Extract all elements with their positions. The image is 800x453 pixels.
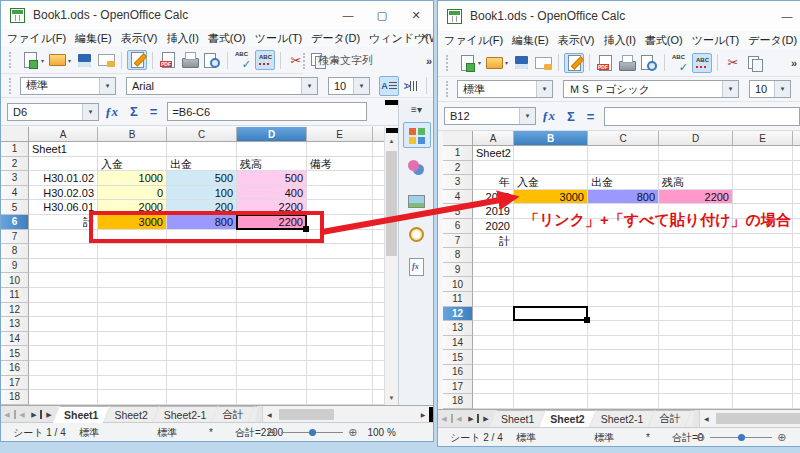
sheet-tab-Sheet2-1[interactable]: Sheet2-1 — [590, 410, 655, 427]
cell-B12[interactable] — [98, 303, 167, 318]
find-label[interactable]: 検索文字列 — [318, 53, 373, 68]
column-header-E[interactable]: E — [307, 127, 373, 142]
cell-F12[interactable] — [373, 303, 384, 318]
cell-A13[interactable] — [29, 317, 98, 332]
cell-B13[interactable] — [98, 317, 167, 332]
font-size-combobox[interactable]: 10▾ — [749, 80, 791, 98]
cell-F8[interactable] — [373, 244, 384, 259]
cell-D17[interactable] — [659, 380, 733, 395]
cell-A11[interactable] — [473, 292, 514, 307]
cell-A3[interactable]: H30.01.02 — [29, 171, 98, 186]
sidebar-navigator-icon[interactable] — [403, 221, 431, 247]
cell-B17[interactable] — [98, 376, 167, 391]
cell-C2[interactable] — [588, 161, 659, 176]
cell-D12[interactable] — [237, 303, 307, 318]
text-direction-vertical-icon[interactable] — [401, 76, 421, 96]
cell-B5[interactable]: 2000 — [98, 200, 167, 215]
function-icon[interactable]: = — [587, 109, 595, 124]
cell-B8[interactable] — [98, 244, 167, 259]
column-header-D[interactable]: D — [237, 127, 307, 142]
cell-C3[interactable]: 出金 — [588, 175, 659, 190]
chevron-down-icon[interactable]: ▾ — [722, 81, 738, 97]
cell-D13[interactable] — [237, 317, 307, 332]
cell-A18[interactable] — [473, 394, 514, 409]
cell-A15[interactable] — [473, 350, 514, 365]
row-header-17[interactable]: 17 — [443, 380, 473, 395]
font-name-combobox[interactable]: ＭＳ Ｐゴシック▾ — [563, 80, 739, 98]
print-icon[interactable] — [180, 50, 200, 70]
cell-A1[interactable]: Sheet1 — [29, 142, 98, 157]
cell-C6[interactable]: 800 — [167, 215, 237, 230]
toolbar-overflow-icon[interactable]: » — [788, 57, 800, 69]
cell-A16[interactable] — [29, 361, 98, 376]
scrollbar-thumb[interactable] — [386, 151, 397, 256]
cell-B5[interactable] — [514, 204, 588, 219]
zoom-slider[interactable] — [710, 437, 772, 438]
sum-icon[interactable]: Σ — [567, 109, 575, 124]
cell-D5[interactable] — [659, 204, 733, 219]
cell-E7[interactable] — [733, 234, 793, 249]
column-header-E[interactable]: E — [733, 131, 793, 146]
row-header-11[interactable]: 11 — [443, 292, 473, 307]
cell-A7[interactable]: 計 — [473, 234, 514, 249]
cell-F10[interactable] — [373, 273, 384, 288]
cell-F9[interactable] — [373, 259, 384, 274]
chevron-down-icon[interactable]: ▾ — [301, 78, 317, 94]
cell-F17[interactable] — [793, 380, 800, 395]
menu-item[interactable]: 表示(V) — [121, 31, 158, 46]
sidebar-functions-icon[interactable] — [403, 254, 431, 280]
cell-E8[interactable] — [733, 248, 793, 263]
cell-B14[interactable] — [98, 332, 167, 347]
cell-C10[interactable] — [588, 277, 659, 292]
cell-B2[interactable] — [514, 161, 588, 176]
previous-sheet-icon[interactable]: ◀ — [453, 410, 465, 427]
column-header-D[interactable]: D — [659, 131, 733, 146]
row-header-10[interactable]: 10 — [443, 277, 473, 292]
cell-A8[interactable] — [29, 244, 98, 259]
row-header-8[interactable]: 8 — [443, 248, 473, 263]
page-preview-icon[interactable] — [639, 53, 659, 73]
cell-E7[interactable] — [307, 230, 373, 245]
select-all-corner[interactable] — [1, 127, 29, 142]
cell-F9[interactable] — [793, 263, 800, 278]
scroll-left-icon[interactable]: ◀ — [700, 415, 712, 422]
cell-B3[interactable]: 1000 — [98, 171, 167, 186]
row-header-18[interactable]: 18 — [1, 390, 29, 405]
cell-A14[interactable] — [473, 336, 514, 351]
cell-F17[interactable] — [373, 376, 384, 391]
cell-B13[interactable] — [514, 321, 588, 336]
row-header-14[interactable]: 14 — [1, 332, 29, 347]
cell-D1[interactable] — [237, 142, 307, 157]
menu-item[interactable]: データ(D) — [311, 31, 360, 46]
cell-D11[interactable] — [659, 292, 733, 307]
column-header-F[interactable]: F — [373, 127, 384, 142]
cell-A11[interactable] — [29, 288, 98, 303]
cell-E4[interactable] — [733, 190, 793, 205]
cell-D6[interactable] — [659, 219, 733, 234]
cell-F13[interactable] — [793, 321, 800, 336]
sum-icon[interactable]: Σ — [130, 104, 138, 119]
cell-C6[interactable] — [588, 219, 659, 234]
cell-A8[interactable] — [473, 248, 514, 263]
cell-E1[interactable] — [733, 146, 793, 161]
formula-input[interactable] — [604, 107, 800, 126]
row-header-15[interactable]: 15 — [443, 350, 473, 365]
menu-item[interactable]: ツール(T) — [692, 33, 740, 48]
decrease-indent-icon[interactable] — [432, 76, 434, 96]
cell-F15[interactable] — [793, 350, 800, 365]
cell-F14[interactable] — [373, 332, 384, 347]
row-header-13[interactable]: 13 — [443, 321, 473, 336]
save-icon[interactable] — [74, 50, 94, 70]
cell-B7[interactable] — [514, 234, 588, 249]
font-name-combobox[interactable]: Arial▾ — [126, 77, 318, 95]
export-pdf-icon[interactable] — [595, 53, 615, 73]
cell-A5[interactable]: 2019 — [473, 204, 514, 219]
cell-A17[interactable] — [29, 376, 98, 391]
cell-D4[interactable]: 400 — [237, 186, 307, 201]
cell-E2[interactable] — [733, 161, 793, 176]
open-dropdown-icon[interactable]: ▾ — [68, 57, 71, 64]
cell-D4[interactable]: 2200 — [659, 190, 733, 205]
cell-E18[interactable] — [307, 390, 373, 405]
cell-E15[interactable] — [733, 350, 793, 365]
cell-C15[interactable] — [588, 350, 659, 365]
